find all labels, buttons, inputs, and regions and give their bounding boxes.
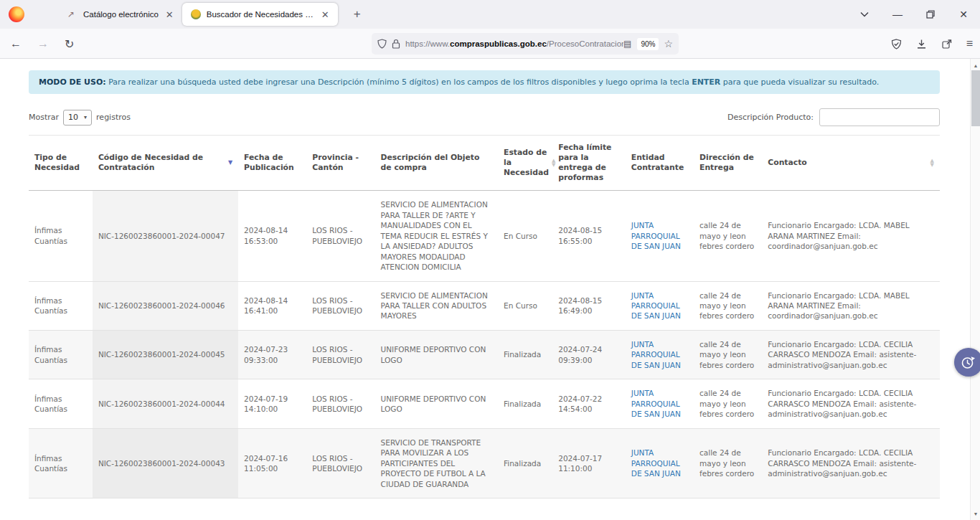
cell-estado: Finalizada [498,428,552,498]
column-header[interactable]: Código de Necesidad de Contratación▼ [93,136,238,191]
entity-link[interactable]: JUNTA PARROQUIAL DE SAN JUAN [631,389,681,418]
cell-tipo: Ínfimas Cuantías [29,281,93,330]
table-header-row: Tipo de NecesidadCódigo de Necesidad de … [29,136,940,191]
cell-descripcion: SERVICIO DE ALIMENTACION PARA TALLER CON… [375,281,498,330]
sort-desc-icon[interactable]: ▼ [228,159,232,166]
sort-icon[interactable]: ▲▼ [552,159,555,167]
cell-entidad: JUNTA PARROQUIAL DE SAN JUAN [626,281,694,330]
cell-contacto: Funcionario Encargado: LCDA. MABEL ARANA… [762,281,940,330]
scroll-up-arrow-icon[interactable]: ▲ [971,60,980,70]
cell-provincia_canton: LOS RIOS - PUEBLOVIEJO [306,428,374,498]
reload-icon[interactable]: ↻ [65,37,74,51]
entity-link[interactable]: JUNTA PARROQUIAL DE SAN JUAN [631,340,681,369]
product-filter-label: Descripción Producto: [727,113,814,122]
cell-tipo: Ínfimas Cuantías [29,330,93,379]
protections-shield-check-icon[interactable] [891,39,902,49]
cell-codigo: NIC-1260023860001-2024-00045 [93,330,238,379]
cell-fecha_publicacion: 2024-07-23 09:33:00 [238,330,306,379]
cell-descripcion: UNIFORME DEPORTIVO CON LOGO [375,379,498,428]
entity-link[interactable]: JUNTA PARROQUIAL DE SAN JUAN [631,221,681,250]
bookmark-star-icon[interactable]: ☆ [664,38,673,49]
cell-codigo: NIC-1260023860001-2024-00047 [93,191,238,281]
column-header-label: Tipo de Necesidad [34,153,87,173]
column-header[interactable]: Descripción del Objeto de compra [375,136,498,191]
banner-text-end: para que pueda visualizar su resultado. [720,77,879,87]
column-header-label: Descripción del Objeto de compra [381,153,492,173]
tab-buscador-necesidades[interactable]: Buscador de Necesidades de Co ✕ [182,3,338,26]
cell-fecha_limite: 2024-07-24 09:39:00 [552,330,626,379]
tab-title: Buscador de Necesidades de Co [207,10,314,19]
list-tabs-chevron-icon[interactable] [848,0,881,29]
column-header-label: Provincia - Cantón [312,153,369,173]
downloads-icon[interactable] [916,39,927,49]
browser-titlebar: ↗ Catálogo electrónico ✕ Buscador de Nec… [0,0,980,29]
browser-toolbar: ← → ↻ https://www.compraspublicas.gob.ec… [0,29,980,59]
cell-fecha_publicacion: 2024-07-16 11:05:00 [238,428,306,498]
close-window-button[interactable]: ✕ [947,0,980,29]
column-header[interactable]: Entidad Contratante [626,136,694,191]
page-viewport: MODO DE USO: Para realizar una búsqueda … [0,59,980,520]
cell-fecha_limite: 2024-07-22 14:54:00 [552,379,626,428]
show-entries-control: Mostrar 10 ▾ registros [29,110,131,126]
entity-link[interactable]: JUNTA PARROQUIAL DE SAN JUAN [631,291,681,321]
cell-provincia_canton: LOS RIOS - PUEBLOVIEJO [306,281,374,330]
cell-provincia_canton: LOS RIOS - PUEBLOVIEJO [306,330,374,379]
vertical-scrollbar[interactable]: ▲ ▼ [970,59,980,520]
entity-link[interactable]: JUNTA PARROQUIAL DE SAN JUAN [631,448,681,478]
back-icon[interactable]: ← [10,37,22,50]
cell-estado: En Curso [498,191,552,281]
cell-tipo: Ínfimas Cuantías [29,428,93,498]
column-header-label: Dirección de Entrega [699,153,756,173]
reader-mode-icon[interactable]: ▤ [623,39,631,49]
cell-tipo: Ínfimas Cuantías [29,191,93,281]
column-header[interactable]: Fecha límite para la entrega de proforma… [552,136,626,191]
cell-estado: En Curso [498,281,552,330]
url-path: /ProcesoContratacion/compras/NCO/FrmNCOL… [547,39,623,48]
banner-text: Para realizar una búsqueda usted debe in… [106,77,692,87]
restore-button[interactable] [914,0,947,29]
tab-strip: ↗ Catálogo electrónico ✕ Buscador de Nec… [59,0,367,29]
sort-icon[interactable]: ▲▼ [930,159,934,167]
column-header[interactable]: Estado de la Necesidad▲▼ [498,136,552,191]
column-header[interactable]: Dirección de Entrega [694,136,762,191]
column-header[interactable]: Fecha de Publicación [238,136,306,191]
sercop-favicon-icon [191,9,201,19]
shield-icon[interactable] [377,39,387,49]
cell-provincia_canton: LOS RIOS - PUEBLOVIEJO [306,191,374,281]
tab-catalogo-electronico[interactable]: ↗ Catálogo electrónico ✕ [59,3,182,26]
floating-clock-widget-button[interactable] [954,348,980,377]
column-header-label: Fecha de Publicación [244,153,301,173]
cell-estado: Finalizada [498,379,552,428]
scrollbar-thumb[interactable] [971,70,980,126]
minimize-button[interactable]: — [881,0,914,29]
url-bar[interactable]: https://www.compraspublicas.gob.ec/Proce… [372,33,679,55]
new-tab-button[interactable]: + [348,6,367,23]
menu-hamburger-icon[interactable]: ≡ [966,37,973,50]
table-row: Ínfimas CuantíasNIC-1260023860001-2024-0… [29,428,940,498]
cell-direccion: calle 24 de mayo y leon febres cordero [694,428,762,498]
cell-fecha_publicacion: 2024-07-19 14:10:00 [238,379,306,428]
scroll-down-arrow-icon[interactable]: ▼ [971,509,980,519]
needs-table: Tipo de NecesidadCódigo de Necesidad de … [29,135,940,498]
tab-title: Catálogo electrónico [83,10,159,19]
cell-descripcion: SERVICIO DE TRANSPORTE PARA MOVILIZAR A … [375,428,498,498]
lock-icon[interactable] [392,39,400,49]
cell-contacto: Funcionario Encargado: LCDA. MABEL ARANA… [762,191,940,281]
url-text[interactable]: https://www.compraspublicas.gob.ec/Proce… [405,39,623,48]
share-export-icon[interactable] [941,39,952,49]
cell-codigo: NIC-1260023860001-2024-00044 [93,379,238,428]
product-description-input[interactable] [819,108,940,126]
table-row: Ínfimas CuantíasNIC-1260023860001-2024-0… [29,281,940,330]
tab-close-icon[interactable]: ✕ [320,9,331,20]
column-header[interactable]: Contacto▲▼ [762,136,940,191]
show-entries-select[interactable]: 10 ▾ [63,110,92,126]
table-row: Ínfimas CuantíasNIC-1260023860001-2024-0… [29,379,940,428]
zoom-level-indicator[interactable]: 90% [637,38,659,50]
column-header[interactable]: Tipo de Necesidad [29,136,93,191]
cell-fecha_limite: 2024-08-15 16:49:00 [552,281,626,330]
show-entries-prefix: Mostrar [29,113,59,122]
tab-close-icon[interactable]: ✕ [164,9,175,20]
cell-descripcion: UNIFORME DEPORTIVO CON LOGO [375,330,498,379]
column-header[interactable]: Provincia - Cantón [306,136,374,191]
cell-entidad: JUNTA PARROQUIAL DE SAN JUAN [626,379,694,428]
